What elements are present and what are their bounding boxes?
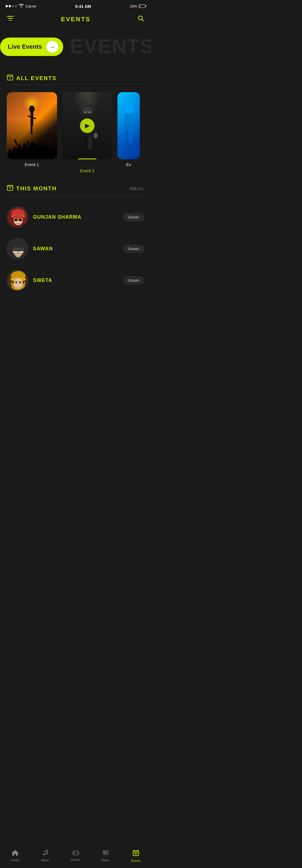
signal-dots xyxy=(6,5,17,7)
status-time: 9:41 AM xyxy=(75,4,91,9)
svg-point-29 xyxy=(124,103,134,115)
dot-2 xyxy=(9,5,11,7)
svg-point-55 xyxy=(22,251,24,253)
svg-rect-32 xyxy=(129,130,132,144)
event-image-2: ▶ LIVE xyxy=(62,92,112,159)
play-button[interactable]: ▶ xyxy=(80,118,95,133)
battery-fill xyxy=(139,5,140,7)
svg-rect-31 xyxy=(125,130,128,144)
svg-point-37 xyxy=(9,188,11,189)
svg-rect-2 xyxy=(9,20,12,21)
svg-point-25 xyxy=(94,133,98,138)
battery-icon xyxy=(139,4,145,8)
filter-icon[interactable] xyxy=(7,16,14,23)
event-card-2[interactable]: ▶ LIVE Event 2 xyxy=(62,92,112,173)
svg-point-57 xyxy=(16,255,21,257)
battery-percent: 20% xyxy=(130,4,137,8)
event-card-3[interactable]: Ev xyxy=(118,92,140,173)
event-name-1: Event 1 xyxy=(7,162,57,167)
artist-item-3[interactable]: SWETA Details xyxy=(7,265,144,296)
svg-line-16 xyxy=(26,141,29,147)
status-right: 20% xyxy=(130,4,145,8)
svg-point-9 xyxy=(9,78,11,79)
all-events-title-group: ALL EVENTS xyxy=(7,74,57,82)
svg-rect-27 xyxy=(88,135,92,150)
svg-point-61 xyxy=(14,278,23,288)
svg-rect-14 xyxy=(31,126,32,134)
calendar-icon-month xyxy=(7,184,13,193)
calendar-icon-all xyxy=(7,74,13,82)
artist-avatar-3 xyxy=(7,270,28,291)
artist-item-2[interactable]: SAWAN Details xyxy=(7,233,144,265)
dot-4 xyxy=(15,5,17,7)
search-icon[interactable] xyxy=(138,15,144,24)
status-left: Carrier xyxy=(6,4,37,9)
svg-rect-1 xyxy=(8,18,13,19)
all-events-section: ALL EVENTS xyxy=(0,74,151,176)
svg-rect-0 xyxy=(7,16,14,17)
svg-line-17 xyxy=(33,142,35,148)
artist-item-1[interactable]: GUNJAN SHARMA Details xyxy=(7,201,144,233)
this-month-header: THIS MONTH SEE ALL xyxy=(7,184,144,195)
this-month-title: THIS MONTH xyxy=(16,185,57,192)
svg-rect-43 xyxy=(19,219,22,221)
artist-avatar-1 xyxy=(7,206,28,228)
artist-avatar-2 xyxy=(7,238,28,259)
svg-rect-11 xyxy=(31,112,33,126)
header: EVENTS xyxy=(0,12,151,29)
live-events-label: Live Events xyxy=(8,43,42,51)
details-button-2[interactable]: Details xyxy=(123,244,144,253)
svg-point-46 xyxy=(13,215,23,219)
svg-point-64 xyxy=(16,287,20,289)
svg-rect-21 xyxy=(88,111,92,114)
events-bg-text: EVENTS xyxy=(70,35,151,58)
live-badge: LIVE xyxy=(76,158,98,159)
status-bar: Carrier 9:41 AM 20% xyxy=(0,0,151,12)
this-month-title-group: THIS MONTH xyxy=(7,184,57,193)
details-button-3[interactable]: Details xyxy=(123,276,144,285)
artist-name-2: SAWAN xyxy=(33,246,118,252)
see-all-button[interactable]: SEE ALL xyxy=(130,186,144,191)
all-events-title: ALL EVENTS xyxy=(16,75,57,82)
event-name-2: Event 2 xyxy=(62,168,112,173)
svg-line-15 xyxy=(14,140,17,145)
svg-point-3 xyxy=(138,16,142,20)
dot-3 xyxy=(12,5,14,7)
svg-point-10 xyxy=(29,105,35,112)
bottom-spacer xyxy=(0,309,151,337)
event-image-3 xyxy=(118,92,140,159)
wifi-icon xyxy=(19,4,24,9)
live-banner-section: EVENTS Live Events → xyxy=(0,29,151,74)
svg-rect-20 xyxy=(83,111,87,114)
event-image-1 xyxy=(7,92,57,159)
page-title: EVENTS xyxy=(61,16,91,23)
dot-1 xyxy=(6,5,8,7)
svg-point-63 xyxy=(19,282,21,284)
details-button-1[interactable]: Details xyxy=(123,213,144,221)
carrier-label: Carrier xyxy=(26,4,37,8)
artist-name-1: GUNJAN SHARMA xyxy=(33,214,118,220)
svg-rect-26 xyxy=(84,135,88,150)
event-img-placeholder-3 xyxy=(118,92,140,159)
all-events-header: ALL EVENTS xyxy=(7,74,144,85)
event-img-placeholder-1 xyxy=(7,92,57,159)
svg-rect-30 xyxy=(125,114,133,130)
live-events-pill[interactable]: Live Events → xyxy=(0,37,63,56)
artist-list: GUNJAN SHARMA Details xyxy=(7,197,144,301)
svg-rect-53 xyxy=(12,248,24,250)
events-scroll[interactable]: Event 1 xyxy=(7,87,144,176)
svg-point-54 xyxy=(13,251,14,253)
event-name-3: Ev xyxy=(118,162,140,167)
svg-point-62 xyxy=(15,282,17,284)
artist-name-3: SWETA xyxy=(33,277,118,283)
battery-container xyxy=(139,4,145,8)
this-month-section: THIS MONTH SEE ALL xyxy=(0,184,151,301)
svg-line-4 xyxy=(142,20,144,22)
svg-rect-42 xyxy=(14,219,18,221)
live-events-arrow[interactable]: → xyxy=(46,41,58,53)
event-card-1[interactable]: Event 1 xyxy=(7,92,57,173)
